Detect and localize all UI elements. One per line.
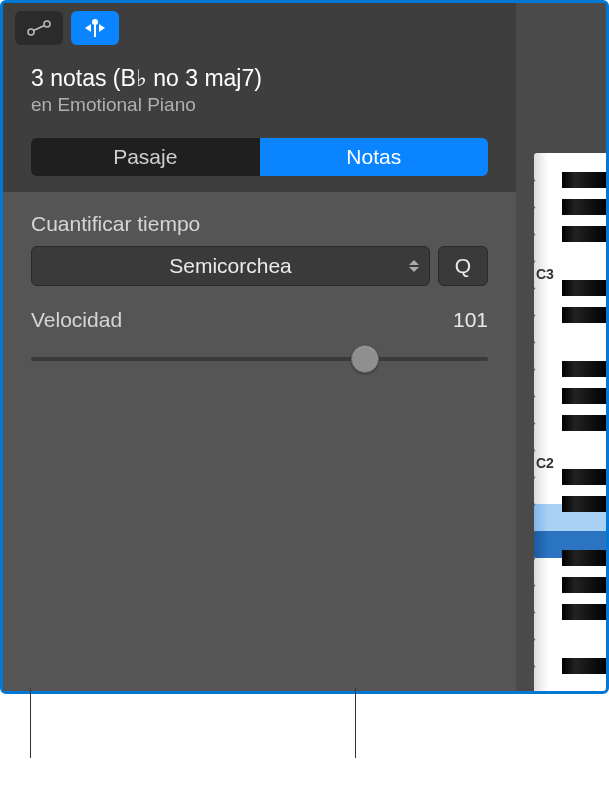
parameters-body: Cuantificar tiempo Semicorchea Q Velocid… <box>3 192 516 691</box>
black-key[interactable] <box>562 469 606 485</box>
region-title: 3 notas (B♭ no 3 maj7) <box>31 65 488 92</box>
velocity-value: 101 <box>453 308 488 332</box>
black-key[interactable] <box>562 550 606 566</box>
black-key[interactable] <box>562 361 606 377</box>
svg-line-2 <box>34 26 45 31</box>
quantize-row: Semicorchea Q <box>31 246 488 286</box>
velocity-label: Velocidad <box>31 308 122 332</box>
black-key[interactable] <box>562 658 606 674</box>
automation-tool-button[interactable] <box>15 11 63 45</box>
callout-line-quantize <box>30 688 31 758</box>
key-label-c3: C3 <box>536 266 554 282</box>
quantize-apply-button[interactable]: Q <box>438 246 488 286</box>
region-subtitle: en Emotional Piano <box>31 94 488 116</box>
catch-icon <box>81 17 109 39</box>
chevron-updown-icon <box>409 260 419 272</box>
black-key[interactable] <box>562 577 606 593</box>
quantize-label: Cuantificar tiempo <box>31 212 488 236</box>
title-block: 3 notas (B♭ no 3 maj7) en Emotional Pian… <box>3 51 516 124</box>
svg-point-1 <box>44 21 50 27</box>
automation-icon <box>26 19 52 37</box>
piano-keys-container: C3C2 <box>516 153 606 694</box>
catch-playhead-button[interactable] <box>71 11 119 45</box>
tab-pasaje[interactable]: Pasaje <box>31 138 260 176</box>
svg-point-0 <box>28 29 34 35</box>
black-key[interactable] <box>562 172 606 188</box>
velocity-slider[interactable] <box>31 344 488 374</box>
callout-line-velocity <box>355 688 356 758</box>
slider-thumb[interactable] <box>351 345 379 373</box>
black-key[interactable] <box>562 415 606 431</box>
black-key[interactable] <box>562 280 606 296</box>
svg-point-4 <box>92 19 98 25</box>
black-key[interactable] <box>562 604 606 620</box>
quantize-selected-value: Semicorchea <box>169 254 292 278</box>
toolbar <box>3 3 516 51</box>
slider-track-line <box>31 357 488 361</box>
black-key[interactable] <box>562 199 606 215</box>
velocity-row: Velocidad 101 <box>31 308 488 332</box>
tab-notas[interactable]: Notas <box>260 138 489 176</box>
black-key[interactable] <box>562 388 606 404</box>
quantize-dropdown[interactable]: Semicorchea <box>31 246 430 286</box>
piano-keyboard: C3C2 <box>516 3 606 691</box>
black-key[interactable] <box>562 307 606 323</box>
black-key[interactable] <box>562 496 606 512</box>
inspector-panel: 3 notas (B♭ no 3 maj7) en Emotional Pian… <box>0 0 609 694</box>
segmented-control: Pasaje Notas <box>31 138 488 176</box>
black-key[interactable] <box>562 226 606 242</box>
controls-column: 3 notas (B♭ no 3 maj7) en Emotional Pian… <box>3 3 516 691</box>
key-label-c2: C2 <box>536 455 554 471</box>
